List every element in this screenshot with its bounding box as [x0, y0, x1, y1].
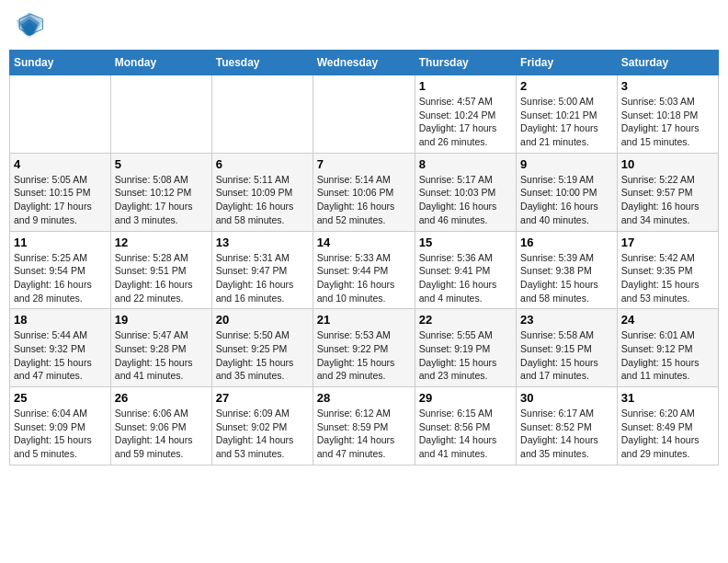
calendar-cell: 15Sunrise: 5:36 AM Sunset: 9:41 PM Dayli…: [415, 231, 516, 309]
day-detail: Sunrise: 4:57 AM Sunset: 10:24 PM Daylig…: [419, 95, 512, 149]
day-number: 21: [317, 313, 411, 327]
day-detail: Sunrise: 5:55 AM Sunset: 9:19 PM Dayligh…: [419, 328, 512, 383]
calendar-week-row: 11Sunrise: 5:25 AM Sunset: 9:54 PM Dayli…: [10, 231, 719, 309]
day-detail: Sunrise: 6:01 AM Sunset: 9:12 PM Dayligh…: [621, 328, 714, 383]
calendar-week-row: 4Sunrise: 5:05 AM Sunset: 10:15 PM Dayli…: [10, 153, 719, 231]
day-number: 14: [317, 236, 411, 249]
day-number: 4: [14, 157, 107, 171]
calendar-cell: 10Sunrise: 5:22 AM Sunset: 9:57 PM Dayli…: [617, 153, 718, 231]
day-detail: Sunrise: 5:08 AM Sunset: 10:12 PM Daylig…: [115, 173, 208, 227]
day-number: 3: [621, 79, 714, 93]
day-number: 13: [216, 236, 309, 249]
calendar-cell: 9Sunrise: 5:19 AM Sunset: 10:00 PM Dayli…: [517, 153, 618, 231]
day-detail: Sunrise: 5:33 AM Sunset: 9:44 PM Dayligh…: [317, 251, 411, 305]
column-header-tuesday: Tuesday: [211, 51, 313, 75]
calendar-cell: 5Sunrise: 5:08 AM Sunset: 10:12 PM Dayli…: [110, 153, 211, 231]
day-number: 7: [317, 157, 411, 171]
calendar-cell: 20Sunrise: 5:50 AM Sunset: 9:25 PM Dayli…: [211, 309, 313, 387]
calendar-week-row: 1Sunrise: 4:57 AM Sunset: 10:24 PM Dayli…: [10, 75, 719, 154]
day-detail: Sunrise: 5:28 AM Sunset: 9:51 PM Dayligh…: [115, 251, 208, 305]
day-number: 27: [216, 391, 309, 405]
calendar-cell: 1Sunrise: 4:57 AM Sunset: 10:24 PM Dayli…: [415, 75, 516, 154]
page-header: [9, 9, 719, 42]
logo-icon: [13, 9, 46, 42]
day-number: 9: [520, 157, 613, 171]
calendar-cell: 25Sunrise: 6:04 AM Sunset: 9:09 PM Dayli…: [10, 387, 111, 465]
calendar-cell: 24Sunrise: 6:01 AM Sunset: 9:12 PM Dayli…: [617, 309, 718, 387]
calendar-table: SundayMondayTuesdayWednesdayThursdayFrid…: [9, 50, 719, 465]
day-number: 8: [419, 157, 512, 171]
day-detail: Sunrise: 5:53 AM Sunset: 9:22 PM Dayligh…: [317, 328, 411, 383]
day-number: 18: [14, 313, 107, 327]
calendar-cell: [211, 75, 313, 154]
day-number: 11: [14, 236, 107, 249]
day-number: 30: [520, 391, 613, 405]
day-detail: Sunrise: 5:14 AM Sunset: 10:06 PM Daylig…: [317, 173, 411, 227]
calendar-cell: 18Sunrise: 5:44 AM Sunset: 9:32 PM Dayli…: [10, 309, 111, 387]
calendar-week-row: 18Sunrise: 5:44 AM Sunset: 9:32 PM Dayli…: [10, 309, 719, 387]
calendar-cell: 13Sunrise: 5:31 AM Sunset: 9:47 PM Dayli…: [211, 231, 313, 309]
calendar-cell: 16Sunrise: 5:39 AM Sunset: 9:38 PM Dayli…: [517, 231, 618, 309]
calendar-cell: 28Sunrise: 6:12 AM Sunset: 8:59 PM Dayli…: [313, 387, 415, 465]
day-number: 19: [115, 313, 208, 327]
day-detail: Sunrise: 5:22 AM Sunset: 9:57 PM Dayligh…: [621, 173, 714, 227]
calendar-header-row: SundayMondayTuesdayWednesdayThursdayFrid…: [10, 51, 719, 75]
day-detail: Sunrise: 5:42 AM Sunset: 9:35 PM Dayligh…: [621, 251, 714, 305]
day-detail: Sunrise: 5:17 AM Sunset: 10:03 PM Daylig…: [419, 173, 512, 227]
calendar-cell: 23Sunrise: 5:58 AM Sunset: 9:15 PM Dayli…: [517, 309, 618, 387]
day-detail: Sunrise: 5:19 AM Sunset: 10:00 PM Daylig…: [520, 173, 613, 227]
calendar-cell: 8Sunrise: 5:17 AM Sunset: 10:03 PM Dayli…: [415, 153, 516, 231]
day-detail: Sunrise: 5:05 AM Sunset: 10:15 PM Daylig…: [14, 173, 107, 227]
column-header-saturday: Saturday: [617, 51, 718, 75]
calendar-cell: 27Sunrise: 6:09 AM Sunset: 9:02 PM Dayli…: [211, 387, 313, 465]
day-number: 24: [621, 313, 714, 327]
day-number: 2: [520, 79, 613, 93]
day-detail: Sunrise: 5:31 AM Sunset: 9:47 PM Dayligh…: [216, 251, 309, 305]
calendar-cell: 31Sunrise: 6:20 AM Sunset: 8:49 PM Dayli…: [617, 387, 718, 465]
day-detail: Sunrise: 5:58 AM Sunset: 9:15 PM Dayligh…: [520, 328, 613, 383]
calendar-cell: [313, 75, 415, 154]
day-number: 23: [520, 313, 613, 327]
calendar-cell: 17Sunrise: 5:42 AM Sunset: 9:35 PM Dayli…: [617, 231, 718, 309]
day-detail: Sunrise: 6:20 AM Sunset: 8:49 PM Dayligh…: [621, 407, 714, 461]
day-number: 20: [216, 313, 309, 327]
calendar-cell: 7Sunrise: 5:14 AM Sunset: 10:06 PM Dayli…: [313, 153, 415, 231]
day-number: 6: [216, 157, 309, 171]
day-number: 25: [14, 391, 107, 405]
day-detail: Sunrise: 6:06 AM Sunset: 9:06 PM Dayligh…: [115, 407, 208, 461]
day-detail: Sunrise: 5:39 AM Sunset: 9:38 PM Dayligh…: [520, 251, 613, 305]
column-header-sunday: Sunday: [10, 51, 111, 75]
calendar-cell: [110, 75, 211, 154]
calendar-cell: 6Sunrise: 5:11 AM Sunset: 10:09 PM Dayli…: [211, 153, 313, 231]
day-number: 31: [621, 391, 714, 405]
day-number: 12: [115, 236, 208, 249]
logo: [13, 9, 50, 42]
day-number: 16: [520, 236, 613, 249]
day-number: 10: [621, 157, 714, 171]
day-detail: Sunrise: 6:15 AM Sunset: 8:56 PM Dayligh…: [419, 407, 512, 461]
day-number: 17: [621, 236, 714, 249]
column-header-friday: Friday: [517, 51, 618, 75]
calendar-cell: 26Sunrise: 6:06 AM Sunset: 9:06 PM Dayli…: [110, 387, 211, 465]
day-number: 28: [317, 391, 411, 405]
calendar-cell: 29Sunrise: 6:15 AM Sunset: 8:56 PM Dayli…: [415, 387, 516, 465]
day-detail: Sunrise: 5:50 AM Sunset: 9:25 PM Dayligh…: [216, 328, 309, 383]
calendar-cell: 4Sunrise: 5:05 AM Sunset: 10:15 PM Dayli…: [10, 153, 111, 231]
day-detail: Sunrise: 5:11 AM Sunset: 10:09 PM Daylig…: [216, 173, 309, 227]
day-number: 29: [419, 391, 512, 405]
calendar-cell: [10, 75, 111, 154]
calendar-cell: 3Sunrise: 5:03 AM Sunset: 10:18 PM Dayli…: [617, 75, 718, 154]
day-detail: Sunrise: 5:44 AM Sunset: 9:32 PM Dayligh…: [14, 328, 107, 383]
day-number: 15: [419, 236, 512, 249]
day-detail: Sunrise: 5:25 AM Sunset: 9:54 PM Dayligh…: [14, 251, 107, 305]
column-header-monday: Monday: [110, 51, 211, 75]
day-number: 5: [115, 157, 208, 171]
day-number: 1: [419, 79, 512, 93]
calendar-cell: 22Sunrise: 5:55 AM Sunset: 9:19 PM Dayli…: [415, 309, 516, 387]
day-detail: Sunrise: 5:36 AM Sunset: 9:41 PM Dayligh…: [419, 251, 512, 305]
day-detail: Sunrise: 6:09 AM Sunset: 9:02 PM Dayligh…: [216, 407, 309, 461]
column-header-thursday: Thursday: [415, 51, 516, 75]
day-detail: Sunrise: 5:47 AM Sunset: 9:28 PM Dayligh…: [115, 328, 208, 383]
calendar-cell: 21Sunrise: 5:53 AM Sunset: 9:22 PM Dayli…: [313, 309, 415, 387]
day-detail: Sunrise: 6:12 AM Sunset: 8:59 PM Dayligh…: [317, 407, 411, 461]
